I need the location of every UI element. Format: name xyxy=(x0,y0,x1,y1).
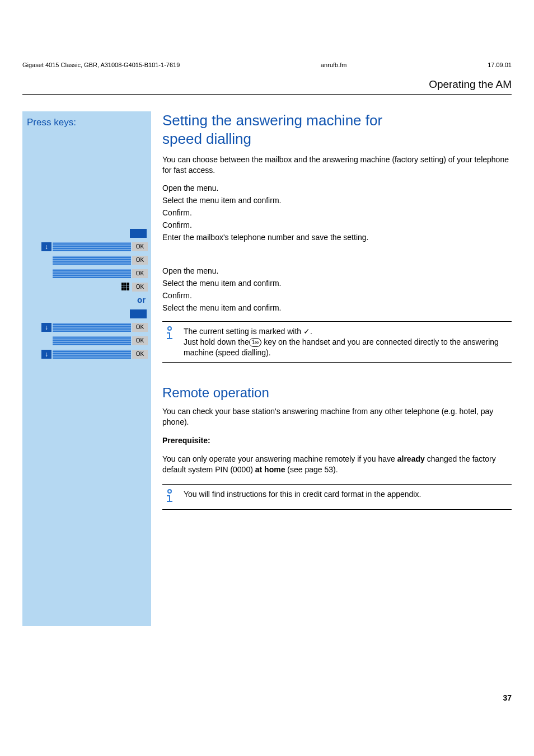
info-note: The current setting is marked with ✓. Ju… xyxy=(162,321,512,363)
svg-rect-4 xyxy=(124,285,127,288)
svg-rect-5 xyxy=(127,285,129,288)
step: Enter the mailbox's telephone number and… xyxy=(162,233,512,242)
svg-point-10 xyxy=(168,490,171,493)
ok-key: OK xyxy=(132,350,148,359)
step: Select the menu item and confirm. xyxy=(162,303,512,312)
hatched-bar xyxy=(53,269,131,278)
arrow-down-key: ↓ xyxy=(41,323,51,332)
para: You can check your base station's answer… xyxy=(162,406,512,428)
ok-key: OK xyxy=(132,283,148,292)
press-keys-label: Press keys: xyxy=(27,117,148,128)
para: You can choose between the mailbox and t… xyxy=(162,154,512,176)
info-icon xyxy=(165,326,176,358)
hatched-bar xyxy=(53,350,131,359)
svg-point-9 xyxy=(168,327,171,330)
section-heading-speed-dial: Setting the answering machine for speed … xyxy=(162,111,512,148)
hatched-bar xyxy=(53,323,131,332)
ok-key: OK xyxy=(132,242,148,251)
note-text: The current setting is marked with ✓. Ju… xyxy=(184,326,509,358)
hatched-bar xyxy=(53,256,131,265)
keypad-icon xyxy=(121,283,130,292)
step: Confirm. xyxy=(162,208,512,217)
menu-key xyxy=(130,229,147,238)
ok-key: OK xyxy=(132,269,148,278)
hatched-bar xyxy=(53,336,131,345)
svg-rect-7 xyxy=(124,288,127,290)
step: Confirm. xyxy=(162,220,512,229)
svg-rect-8 xyxy=(127,288,129,290)
prereq-label: Prerequisite: xyxy=(162,435,512,446)
step: Open the menu. xyxy=(162,266,512,275)
or-label: or xyxy=(26,295,146,304)
meta-left: Gigaset 4015 Classic, GBR, A31008-G4015-… xyxy=(22,62,180,68)
menu-key xyxy=(130,309,147,318)
info-icon xyxy=(165,489,176,505)
meta-right: 17.09.01 xyxy=(488,62,512,68)
para: You can only operate your answering mach… xyxy=(162,454,512,475)
step: Open the menu. xyxy=(162,184,512,192)
meta-center: anrufb.fm xyxy=(321,62,346,68)
step: Confirm. xyxy=(162,291,512,300)
sidebar: Press keys: ↓ OK OK OK OK xyxy=(22,111,151,626)
keycap-1: 1∞ xyxy=(249,338,262,347)
hatched-bar xyxy=(53,242,131,251)
svg-rect-0 xyxy=(121,283,124,285)
step: Select the menu item and confirm. xyxy=(162,196,512,205)
note-text: You will find instructions for this in c… xyxy=(184,489,421,505)
arrow-down-key: ↓ xyxy=(41,242,51,251)
svg-rect-2 xyxy=(127,283,129,285)
content: Setting the answering machine for speed … xyxy=(162,111,512,626)
page-number: 37 xyxy=(22,693,512,702)
svg-rect-1 xyxy=(124,283,127,285)
info-note: You will find instructions for this in c… xyxy=(162,484,512,510)
page-header: Operating the AM xyxy=(22,78,512,95)
svg-rect-6 xyxy=(121,288,124,290)
arrow-down-key: ↓ xyxy=(41,350,51,359)
svg-rect-3 xyxy=(121,285,124,288)
ok-key: OK xyxy=(132,323,148,332)
ok-key: OK xyxy=(132,336,148,345)
ok-key: OK xyxy=(132,256,148,265)
step: Select the menu item and confirm. xyxy=(162,279,512,288)
section-heading-remote: Remote operation xyxy=(162,385,512,401)
